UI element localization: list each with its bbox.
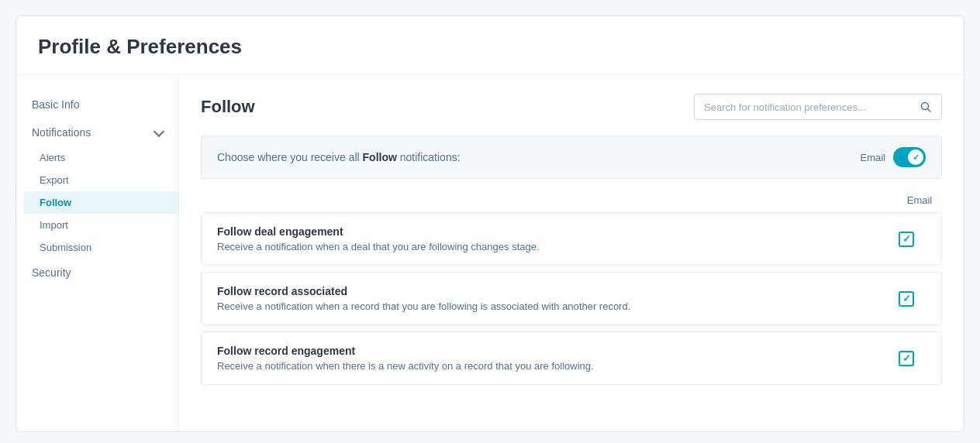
search-icon bbox=[920, 101, 932, 113]
banner-email-label: Email bbox=[860, 152, 885, 163]
content-header: Follow bbox=[201, 94, 942, 120]
sidebar-item-security[interactable]: Security bbox=[16, 259, 178, 287]
svg-line-1 bbox=[928, 109, 931, 112]
page-title: Profile & Preferences bbox=[38, 35, 942, 59]
checkbox-1[interactable]: ✓ bbox=[899, 291, 914, 307]
sidebar-item-export[interactable]: Export bbox=[24, 169, 178, 191]
sidebar-item-submission[interactable]: Submission bbox=[24, 236, 178, 259]
notif-desc-1: Receive a notification when a record tha… bbox=[217, 300, 630, 312]
notif-text-1: Follow record associated Receive a notif… bbox=[217, 285, 630, 312]
checkmark-2: ✓ bbox=[902, 353, 911, 363]
notif-desc-0: Receive a notification when a deal that … bbox=[217, 241, 540, 252]
sidebar-item-import[interactable]: Import bbox=[24, 214, 178, 236]
sidebar-notifications-sub: Alerts Export Follow Import Submission bbox=[16, 146, 178, 259]
check-icon: ✓ bbox=[913, 153, 920, 163]
email-toggle[interactable]: ✓ bbox=[893, 147, 926, 167]
banner-text-after: notifications: bbox=[397, 151, 461, 163]
main-content: Follow Choose where you receive all Foll… bbox=[179, 75, 964, 431]
notif-desc-2: Receive a notification when there is a n… bbox=[217, 360, 594, 372]
checkbox-cell-1: ✓ bbox=[887, 291, 926, 307]
email-col-header: Email bbox=[900, 194, 939, 206]
checkmark-1: ✓ bbox=[902, 294, 911, 304]
toggle-knob: ✓ bbox=[908, 149, 923, 165]
notifications-label: Notifications bbox=[32, 126, 91, 139]
checkmark-0: ✓ bbox=[902, 234, 911, 244]
page-body: Basic Info Notifications Alerts Export F… bbox=[16, 75, 964, 431]
banner-text: Choose where you receive all Follow noti… bbox=[217, 151, 461, 163]
search-box bbox=[694, 94, 942, 120]
checkbox-cell-2: ✓ bbox=[887, 351, 926, 366]
notif-title-1: Follow record associated bbox=[217, 285, 630, 297]
notification-banner: Choose where you receive all Follow noti… bbox=[201, 136, 942, 179]
checkbox-2[interactable]: ✓ bbox=[899, 351, 914, 366]
sidebar-item-alerts[interactable]: Alerts bbox=[24, 146, 178, 169]
sidebar-item-follow[interactable]: Follow bbox=[24, 191, 178, 214]
notification-item-0: Follow deal engagement Receive a notific… bbox=[201, 212, 942, 266]
checkbox-0[interactable]: ✓ bbox=[899, 232, 914, 247]
notif-title-0: Follow deal engagement bbox=[217, 225, 540, 238]
notif-text-2: Follow record engagement Receive a notif… bbox=[217, 345, 594, 372]
checkbox-cell-0: ✓ bbox=[887, 232, 926, 247]
banner-text-before: Choose where you receive all bbox=[217, 151, 363, 163]
chevron-down-icon bbox=[154, 125, 164, 136]
page-header: Profile & Preferences bbox=[16, 16, 964, 75]
page-container: Profile & Preferences Basic Info Notific… bbox=[16, 15, 964, 432]
notification-item-2: Follow record engagement Receive a notif… bbox=[201, 331, 942, 385]
search-input[interactable] bbox=[695, 95, 910, 119]
sidebar: Basic Info Notifications Alerts Export F… bbox=[16, 75, 179, 431]
col-header-row: Email bbox=[201, 194, 942, 212]
sidebar-item-basic-info[interactable]: Basic Info bbox=[16, 91, 178, 118]
banner-right: Email ✓ bbox=[860, 147, 926, 167]
notification-item-1: Follow record associated Receive a notif… bbox=[201, 272, 942, 325]
banner-text-bold: Follow bbox=[363, 151, 397, 163]
section-title: Follow bbox=[201, 97, 255, 117]
notif-title-2: Follow record engagement bbox=[217, 345, 594, 357]
sidebar-item-notifications[interactable]: Notifications bbox=[16, 118, 178, 146]
notif-text-0: Follow deal engagement Receive a notific… bbox=[217, 225, 540, 252]
search-button[interactable] bbox=[910, 94, 941, 119]
